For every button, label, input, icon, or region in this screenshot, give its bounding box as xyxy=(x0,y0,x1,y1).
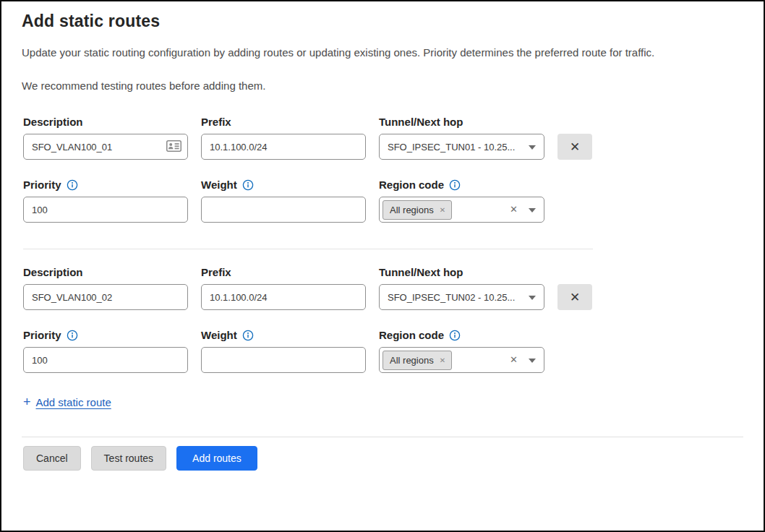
chevron-down-icon xyxy=(529,208,536,213)
priority-label-text: Priority xyxy=(23,179,61,191)
test-routes-button[interactable]: Test routes xyxy=(91,446,166,471)
tunnel-field: Tunnel/Next hop SFO_IPSEC_TUN02 - 10.25.… xyxy=(379,266,544,310)
tunnel-select[interactable]: SFO_IPSEC_TUN01 - 10.25... xyxy=(379,134,544,160)
delete-route-button[interactable]: ✕ xyxy=(557,134,592,160)
plus-icon: + xyxy=(23,395,31,408)
remove-tag-icon[interactable]: ✕ xyxy=(440,356,445,364)
description-label-text: Description xyxy=(23,266,83,278)
add-routes-button[interactable]: Add routes xyxy=(176,446,257,471)
region-tag-label: All regions xyxy=(390,355,434,366)
weight-input[interactable] xyxy=(201,347,366,373)
chevron-down-icon xyxy=(529,296,536,300)
priority-input[interactable] xyxy=(23,197,188,223)
footer-actions: Cancel Test routes Add routes xyxy=(23,446,743,471)
close-icon: ✕ xyxy=(570,290,580,305)
page-title: Add static routes xyxy=(22,12,743,31)
weight-label: Weight xyxy=(201,329,366,341)
description-input[interactable] xyxy=(23,284,188,310)
cancel-button[interactable]: Cancel xyxy=(23,446,81,471)
prefix-input[interactable] xyxy=(201,134,366,160)
priority-field: Priority xyxy=(23,329,188,373)
region-multiselect[interactable]: All regions ✕ ✕ xyxy=(379,197,544,223)
info-icon[interactable] xyxy=(242,179,254,191)
prefix-input[interactable] xyxy=(201,284,366,310)
contact-card-icon xyxy=(166,140,181,152)
description-label: Description xyxy=(23,116,188,128)
tunnel-label-text: Tunnel/Next hop xyxy=(379,116,463,128)
page-description: Update your static routing configuration… xyxy=(22,46,743,59)
add-static-route-link-text[interactable]: Add static route xyxy=(36,396,111,408)
delete-route-button[interactable]: ✕ xyxy=(557,284,592,310)
clear-selection-icon[interactable]: ✕ xyxy=(510,204,518,215)
prefix-field: Prefix xyxy=(201,266,366,310)
info-icon[interactable] xyxy=(242,330,254,341)
priority-label: Priority xyxy=(23,329,188,341)
tunnel-select[interactable]: SFO_IPSEC_TUN02 - 10.25... xyxy=(379,284,544,310)
region-code-field: Region code All regions ✕ ✕ xyxy=(379,329,544,373)
tunnel-label-text: Tunnel/Next hop xyxy=(379,266,463,278)
weight-label-text: Weight xyxy=(201,329,237,341)
info-icon[interactable] xyxy=(449,179,461,191)
description-label-text: Description xyxy=(23,116,83,128)
weight-label-text: Weight xyxy=(201,179,237,191)
priority-label: Priority xyxy=(23,179,188,191)
page-note: We recommend testing routes before addin… xyxy=(22,80,743,92)
prefix-label: Prefix xyxy=(201,266,366,278)
priority-field: Priority xyxy=(23,179,188,223)
info-icon[interactable] xyxy=(449,330,461,341)
prefix-field: Prefix xyxy=(201,116,366,160)
tunnel-label: Tunnel/Next hop xyxy=(379,266,544,278)
tunnel-selected-value: SFO_IPSEC_TUN02 - 10.25... xyxy=(388,292,515,303)
chevron-down-icon xyxy=(529,145,536,150)
region-code-label-text: Region code xyxy=(379,179,444,191)
weight-field: Weight xyxy=(201,179,366,223)
region-code-field: Region code All regions ✕ ✕ xyxy=(379,179,544,223)
add-static-routes-dialog: Add static routes Update your static rou… xyxy=(0,0,765,532)
footer-divider xyxy=(22,437,743,437)
region-tag[interactable]: All regions ✕ xyxy=(382,351,452,370)
region-code-label: Region code xyxy=(379,329,544,341)
route-divider xyxy=(23,249,593,249)
prefix-label: Prefix xyxy=(201,116,366,128)
region-tag-label: All regions xyxy=(390,205,434,215)
weight-field: Weight xyxy=(201,329,366,373)
add-static-route-link[interactable]: + Add static route xyxy=(23,395,111,408)
chevron-down-icon xyxy=(529,359,536,363)
prefix-label-text: Prefix xyxy=(201,116,231,128)
priority-label-text: Priority xyxy=(23,329,61,341)
remove-tag-icon[interactable]: ✕ xyxy=(440,206,445,214)
clear-selection-icon[interactable]: ✕ xyxy=(510,354,518,365)
tunnel-label: Tunnel/Next hop xyxy=(379,116,544,128)
route-block-2: Description Prefix Tunnel/Next hop SFO_I… xyxy=(22,266,743,373)
weight-input[interactable] xyxy=(201,197,366,223)
description-field: Description xyxy=(23,116,188,160)
tunnel-field: Tunnel/Next hop SFO_IPSEC_TUN01 - 10.25.… xyxy=(379,116,544,160)
info-icon[interactable] xyxy=(67,179,78,191)
region-code-label: Region code xyxy=(379,179,544,191)
description-label: Description xyxy=(23,266,188,278)
prefix-label-text: Prefix xyxy=(201,266,231,278)
priority-input[interactable] xyxy=(23,347,188,373)
tunnel-selected-value: SFO_IPSEC_TUN01 - 10.25... xyxy=(388,142,515,153)
region-multiselect[interactable]: All regions ✕ ✕ xyxy=(379,347,544,373)
region-code-label-text: Region code xyxy=(379,329,444,341)
info-icon[interactable] xyxy=(67,330,78,341)
description-field: Description xyxy=(23,266,188,310)
description-input[interactable] xyxy=(23,134,188,160)
weight-label: Weight xyxy=(201,179,366,191)
region-tag[interactable]: All regions ✕ xyxy=(382,200,452,220)
close-icon: ✕ xyxy=(570,140,580,155)
route-block-1: Description Prefix Tunnel/Next hop SFO_I… xyxy=(22,116,743,223)
